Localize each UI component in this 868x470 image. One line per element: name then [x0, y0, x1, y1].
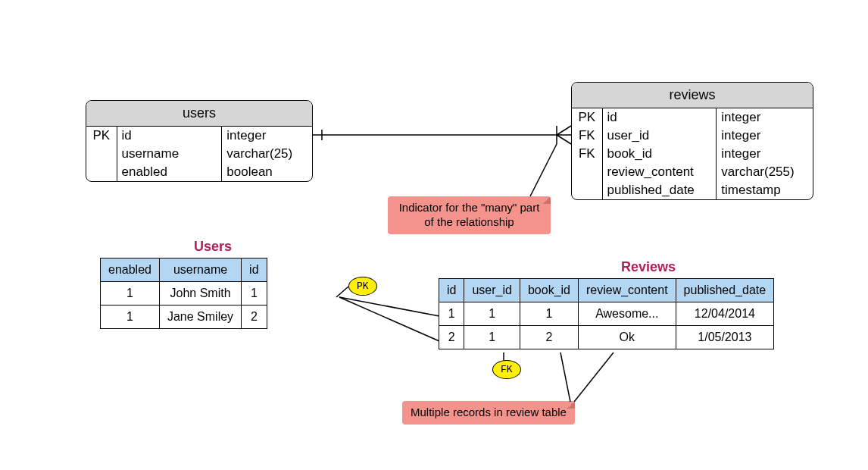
schema-row: PKidinteger [86, 127, 312, 145]
table-cell: 1 [520, 302, 578, 326]
schema-cell: varchar(25) [222, 145, 312, 163]
schema-cell: timestamp [717, 181, 813, 199]
table-cell: 1 [464, 302, 520, 326]
table-cell: 2 [520, 326, 578, 349]
column-header: id [439, 279, 464, 302]
schema-row: published_datetimestamp [572, 181, 813, 199]
schema-cell: FK [572, 127, 602, 145]
schema-row: PKidinteger [572, 108, 813, 127]
schema-title-users: users [86, 101, 312, 127]
table-row: enabledusernameid [101, 258, 267, 282]
column-header: enabled [101, 258, 160, 282]
data-title-users: Users [194, 239, 232, 255]
schema-cell: FK [572, 145, 602, 163]
schema-cell: PK [86, 127, 117, 145]
schema-cell: varchar(255) [717, 163, 813, 181]
table-cell: 12/04/2014 [676, 302, 774, 326]
column-header: review_content [578, 279, 676, 302]
note-many-indicator: Indicator for the "many" part of the rel… [388, 196, 551, 234]
table-cell: 1 [101, 282, 160, 306]
schema-cell: integer [717, 145, 813, 163]
schema-cell: integer [717, 108, 813, 127]
svg-line-6 [560, 352, 570, 402]
schema-cell: id [117, 127, 222, 145]
column-header: username [159, 258, 241, 282]
svg-line-3 [530, 144, 557, 196]
column-header: published_date [676, 279, 774, 302]
table-cell: 1 [439, 302, 464, 326]
svg-line-9 [339, 297, 439, 341]
schema-cell: enabled [117, 163, 222, 181]
schema-cell: integer [717, 127, 813, 145]
pill-pk: PK [348, 277, 377, 296]
table-row: 111Awesome...12/04/2014 [439, 302, 774, 326]
column-header: user_id [464, 279, 520, 302]
diagram-canvas: users PKidintegerusernamevarchar(25)enab… [0, 0, 868, 470]
svg-line-8 [339, 297, 439, 316]
table-row: iduser_idbook_idreview_contentpublished_… [439, 279, 774, 302]
column-header: id [242, 258, 267, 282]
svg-line-7 [574, 352, 614, 402]
column-header: book_id [520, 279, 578, 302]
table-cell: Ok [578, 326, 676, 349]
table-row: 212Ok1/05/2013 [439, 326, 774, 349]
schema-row: review_contentvarchar(255) [572, 163, 813, 181]
schema-table-reviews: reviews PKidintegerFKuser_idintegerFKboo… [571, 82, 813, 200]
table-cell: Jane Smiley [159, 306, 241, 329]
table-cell: 2 [242, 306, 267, 329]
connector-layer [0, 0, 868, 470]
table-cell: John Smith [159, 282, 241, 306]
schema-row: FKuser_idinteger [572, 127, 813, 145]
note-multiple-records: Multiple records in review table [402, 401, 575, 425]
table-cell: 1 [101, 306, 160, 329]
table-cell: 2 [439, 326, 464, 349]
pill-fk: FK [492, 360, 521, 379]
schema-cell: published_date [602, 181, 717, 199]
schema-cell: user_id [602, 127, 717, 145]
schema-row: FKbook_idinteger [572, 145, 813, 163]
schema-cell [86, 163, 117, 181]
schema-cell [572, 163, 602, 181]
schema-row: enabledboolean [86, 163, 312, 181]
schema-cell: boolean [222, 163, 312, 181]
table-cell: 1 [242, 282, 267, 306]
data-table-users: enabledusernameid1John Smith11Jane Smile… [100, 258, 267, 329]
schema-row: usernamevarchar(25) [86, 145, 312, 163]
table-cell: Awesome... [578, 302, 676, 326]
schema-cell: PK [572, 108, 602, 127]
schema-cell: username [117, 145, 222, 163]
svg-line-4 [336, 287, 348, 297]
data-title-reviews: Reviews [621, 259, 676, 275]
schema-cell: id [602, 108, 717, 127]
schema-title-reviews: reviews [572, 83, 813, 108]
schema-table-users: users PKidintegerusernamevarchar(25)enab… [86, 100, 313, 182]
schema-cell: book_id [602, 145, 717, 163]
schema-cell: review_content [602, 163, 717, 181]
table-row: 1John Smith1 [101, 282, 267, 306]
data-table-reviews: iduser_idbook_idreview_contentpublished_… [439, 278, 774, 349]
table-row: 1Jane Smiley2 [101, 306, 267, 329]
schema-cell [572, 181, 602, 199]
table-cell: 1 [464, 326, 520, 349]
schema-cell: integer [222, 127, 312, 145]
schema-cell [86, 145, 117, 163]
table-cell: 1/05/2013 [676, 326, 774, 349]
